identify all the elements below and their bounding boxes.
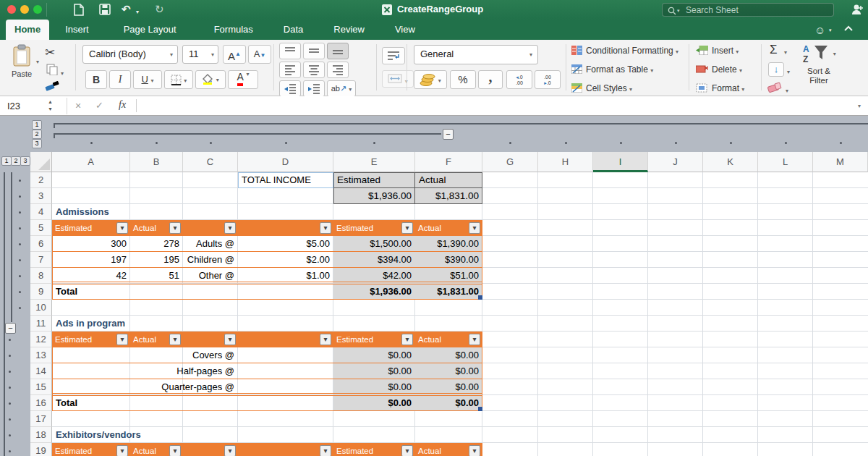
row-header-8[interactable]: 8 — [30, 268, 52, 284]
column-header-C[interactable]: C — [183, 152, 238, 172]
cell-C13[interactable]: Covers @ — [130, 347, 238, 363]
cell-F16[interactable]: $0.00 — [415, 395, 482, 411]
align-top-button[interactable] — [279, 43, 301, 59]
row-header-12[interactable]: 12 — [30, 332, 52, 347]
filter-dropdown-icon[interactable]: ▾ — [320, 222, 331, 234]
borders-button[interactable]: ▾ — [164, 70, 193, 89]
paste-button[interactable]: Paste — [6, 43, 38, 90]
close-window-button[interactable] — [7, 5, 16, 14]
row-header-14[interactable]: 14 — [30, 363, 52, 379]
cell-B6[interactable]: 278 — [130, 236, 183, 252]
format-cells-button[interactable]: Format ▾ — [712, 83, 744, 93]
cell-E14[interactable]: $0.00 — [333, 363, 415, 379]
insert-cells-button[interactable]: Insert ▾ — [712, 46, 739, 56]
cell-F9[interactable]: $1,831.00 — [415, 284, 482, 300]
tab-home[interactable]: Home — [6, 20, 49, 40]
filter-dropdown-icon[interactable]: ▾ — [224, 445, 236, 456]
cell-A4-section-title[interactable]: Admissions — [52, 204, 182, 220]
cell-E6[interactable]: $1,500.00 — [333, 236, 415, 252]
decrease-font-button[interactable]: A▼ — [248, 45, 271, 64]
cell-B7[interactable]: 195 — [130, 252, 183, 268]
cell-E16[interactable]: $0.00 — [333, 395, 415, 411]
new-workbook-icon[interactable] — [73, 4, 85, 16]
undo-icon[interactable]: ↶ — [122, 2, 131, 17]
filter-dropdown-icon[interactable]: ▾ — [469, 222, 480, 234]
filter-dropdown-icon[interactable]: ▾ — [169, 445, 181, 456]
row-header-17[interactable]: 17 — [30, 411, 52, 427]
underline-button[interactable]: U ▾ — [133, 70, 162, 89]
cell-F2[interactable]: Actual — [415, 172, 482, 188]
cell-A6[interactable]: 300 — [52, 236, 130, 252]
row-outline-level-3-button[interactable]: 3 — [20, 156, 30, 166]
delete-cells-button[interactable]: Delete ▾ — [712, 64, 742, 75]
header-B5[interactable]: Actual — [133, 220, 156, 236]
filter-dropdown-icon[interactable]: ▾ — [469, 334, 480, 345]
accounting-dropdown-icon[interactable]: ▾ — [438, 77, 441, 84]
filter-dropdown-icon[interactable]: ▾ — [116, 222, 128, 234]
cell-F6[interactable]: $1,390.00 — [415, 236, 482, 252]
row-outline-level-1-button[interactable]: 1 — [1, 156, 12, 166]
align-center-button[interactable] — [303, 62, 325, 78]
formula-bar-expand-icon[interactable]: ▾ — [858, 103, 861, 109]
merge-center-button[interactable]: ▾ — [382, 70, 414, 88]
borders-dropdown-icon[interactable]: ▾ — [184, 77, 187, 84]
row-header-2[interactable]: 2 — [30, 172, 52, 188]
row-header-10[interactable]: 10 — [30, 300, 52, 316]
row-header-5[interactable]: 5 — [30, 220, 52, 236]
cell-A9[interactable]: Total — [52, 284, 130, 300]
increase-indent-button[interactable] — [303, 80, 325, 97]
header-A19[interactable]: Estimated — [55, 443, 92, 456]
row-header-6[interactable]: 6 — [30, 236, 52, 252]
tab-insert[interactable]: Insert — [56, 20, 98, 40]
tab-data[interactable]: Data — [275, 20, 312, 40]
percent-style-button[interactable]: % — [450, 70, 476, 89]
filter-dropdown-icon[interactable]: ▾ — [224, 334, 236, 345]
cell-styles-button[interactable]: Cell Styles ▾ — [586, 83, 632, 93]
cell-E9[interactable]: $1,936.00 — [333, 284, 415, 300]
row-header-3[interactable]: 3 — [30, 188, 52, 204]
undo-dropdown-icon[interactable]: ▾ — [136, 5, 139, 20]
fill-color-dropdown-icon[interactable]: ▾ — [216, 77, 219, 83]
cell-A11-section-title[interactable]: Ads in program — [52, 316, 182, 332]
tab-view[interactable]: View — [386, 20, 424, 40]
column-header-M[interactable]: M — [813, 152, 868, 172]
cell-E8[interactable]: $42.00 — [333, 268, 415, 284]
row-header-18[interactable]: 18 — [30, 427, 52, 443]
share-user-icon[interactable] — [851, 3, 864, 16]
column-header-D[interactable]: D — [238, 152, 333, 172]
cell-E13[interactable]: $0.00 — [333, 347, 415, 363]
save-icon[interactable] — [99, 4, 111, 15]
filter-dropdown-icon[interactable]: ▾ — [169, 334, 181, 345]
cell-C8[interactable]: Other @ — [183, 268, 238, 284]
font-name-select[interactable]: Calibri (Body) ▾ — [82, 45, 178, 64]
align-middle-button[interactable] — [303, 43, 325, 59]
column-outline-level-3-button[interactable]: 3 — [32, 139, 42, 148]
search-scope-dropdown-icon[interactable]: ▾ — [677, 4, 680, 17]
collapse-ribbon-icon[interactable] — [843, 25, 854, 32]
header-A12[interactable]: Estimated — [55, 332, 92, 347]
row-header-16[interactable]: 16 — [30, 395, 52, 411]
increase-font-button[interactable]: A▲ — [223, 45, 246, 64]
cell-C14[interactable]: Half-pages @ — [130, 363, 238, 379]
row-header-4[interactable]: 4 — [30, 204, 52, 220]
filter-dropdown-icon[interactable]: ▾ — [401, 445, 413, 456]
filter-dropdown-icon[interactable]: ▾ — [320, 334, 331, 345]
redo-icon[interactable]: ↻ — [155, 2, 164, 17]
cell-D2[interactable]: TOTAL INCOME — [238, 172, 333, 188]
column-header-K[interactable]: K — [703, 152, 758, 172]
column-header-G[interactable]: G — [482, 152, 538, 172]
clear-dropdown-icon[interactable]: ▾ — [786, 85, 788, 95]
cell-E15[interactable]: $0.00 — [333, 379, 415, 395]
font-color-dropdown-icon[interactable]: ▾ — [247, 71, 250, 77]
cell-A7[interactable]: 197 — [52, 252, 130, 268]
cell-F13[interactable]: $0.00 — [415, 347, 482, 363]
cell-A8[interactable]: 42 — [52, 268, 130, 284]
align-left-button[interactable] — [279, 62, 301, 78]
wrap-text-button[interactable] — [382, 47, 405, 64]
collapse-columns-button[interactable]: − — [443, 129, 454, 140]
paste-dropdown-icon[interactable]: ▾ — [36, 56, 39, 66]
row-header-13[interactable]: 13 — [30, 347, 52, 363]
cell-D8[interactable]: $1.00 — [238, 268, 333, 284]
header-B12[interactable]: Actual — [133, 332, 156, 347]
cell-D6[interactable]: $5.00 — [238, 236, 333, 252]
